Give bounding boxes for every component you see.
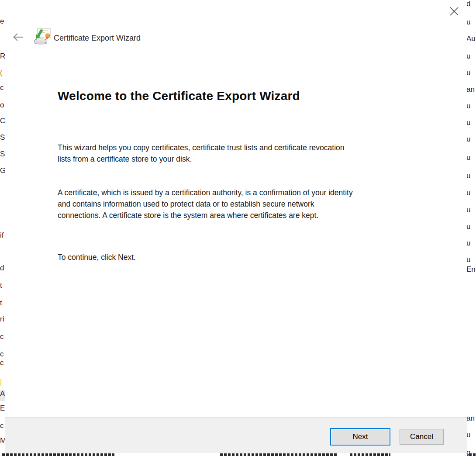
background-text-fragment: o	[0, 101, 4, 109]
close-button[interactable]	[445, 3, 463, 19]
intro-paragraph: This wizard helps you copy certificates,…	[58, 142, 446, 165]
background-text-fragment: if	[0, 231, 4, 239]
cancel-button[interactable]: Cancel	[400, 429, 444, 445]
background-text-fragment: u	[466, 206, 476, 214]
background-text-fragment: (	[0, 69, 3, 77]
background-text-fragment: u	[466, 223, 476, 231]
back-arrow-icon	[12, 33, 24, 41]
background-text-fragment: an	[466, 86, 476, 93]
background-text-fragment: u	[466, 52, 476, 60]
background-text-fragment: |	[0, 378, 2, 386]
welcome-heading: Welcome to the Certificate Export Wizard	[58, 89, 442, 103]
background-clipped-text-row	[2, 453, 114, 456]
description-paragraph: A certificate, which is issued by a cert…	[58, 187, 446, 221]
next-button[interactable]: Next	[330, 428, 390, 446]
back-button[interactable]	[10, 31, 25, 44]
dialog-title: Certificate Export Wizard	[54, 34, 141, 43]
background-text-fragment: ri	[0, 315, 4, 323]
background-text-fragment: an	[466, 415, 476, 422]
background-text-fragment: C	[0, 117, 5, 125]
background-text-fragment: u	[466, 119, 476, 127]
background-text-fragment: c	[0, 333, 4, 341]
background-text-fragment: c	[0, 422, 4, 430]
background-text-fragment: d	[0, 264, 4, 272]
background-text-fragment: e	[0, 17, 4, 25]
background-text-fragment: u	[466, 239, 476, 247]
screen: { "wizard": { "title": "Certificate Expo…	[0, 0, 476, 456]
dialog-footer: Next Cancel	[5, 417, 467, 453]
background-selected-row-edge	[0, 390, 5, 401]
background-text-fragment: u	[466, 69, 476, 77]
background-text-fragment: c	[0, 350, 4, 358]
background-text-fragment: u	[466, 256, 476, 264]
background-text-fragment: E	[0, 404, 5, 412]
background-text-fragment: c	[0, 84, 4, 92]
background-text-fragment: u	[466, 172, 476, 180]
background-clipped-text-row	[350, 453, 390, 456]
background-text-fragment: R	[0, 52, 5, 60]
certificate-export-icon	[33, 27, 52, 45]
background-text-fragment: u	[466, 102, 476, 110]
background-text-fragment: u	[466, 18, 476, 26]
close-icon	[448, 5, 460, 17]
background-clipped-text-row	[220, 453, 338, 456]
background-text-fragment: u	[466, 154, 476, 162]
background-text-fragment: c	[0, 359, 4, 367]
background-text-fragment: Au	[466, 35, 476, 43]
background-text-fragment: u	[466, 431, 476, 439]
background-text-fragment: u	[466, 135, 476, 143]
background-text-fragment: d	[466, 0, 476, 8]
background-text-fragment: t	[0, 282, 2, 290]
continue-instruction: To continue, click Next.	[58, 252, 446, 263]
background-text-fragment: En	[466, 266, 476, 273]
background-text-fragment: t	[0, 299, 2, 307]
background-text-fragment: u	[466, 189, 476, 197]
certificate-export-wizard-dialog: Certificate Export Wizard Welcome to the…	[5, 0, 467, 453]
background-clipped-text-row	[469, 453, 476, 456]
